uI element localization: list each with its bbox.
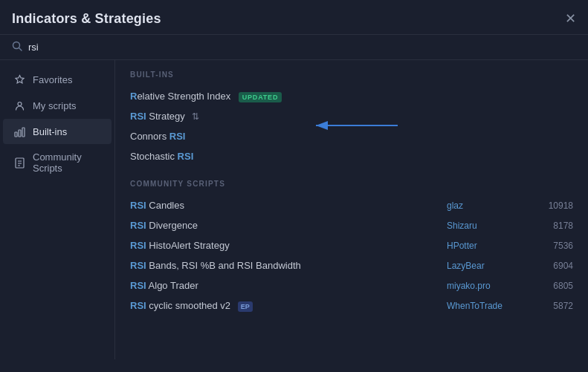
list-item[interactable]: Relative Strength Index UPDATED — [130, 86, 573, 106]
result-name-rsi-divergence: RSI Divergence — [130, 220, 447, 231]
result-name-connors-rsi: Connors RSI — [130, 131, 573, 142]
updated-badge: UPDATED — [239, 92, 282, 102]
search-input[interactable] — [28, 42, 177, 53]
result-author-rsi-cyclic: WhenToTrade — [447, 301, 536, 311]
result-highlight: RSI — [130, 220, 146, 231]
sidebar-label-favorites: Favorites — [33, 74, 72, 85]
sidebar: Favorites My scripts Built-ins — [0, 60, 115, 359]
svg-point-2 — [18, 102, 22, 105]
result-count-rsi-bands: 6904 — [536, 261, 573, 271]
result-name-rsi-algo-trader: RSI Algo Trader — [130, 280, 447, 291]
sidebar-label-community: Community Scripts — [33, 151, 101, 174]
header: Indicators & Strategies ✕ — [0, 0, 588, 35]
result-highlight: RSI — [130, 200, 146, 211]
result-count-rsi-divergence: 8178 — [536, 221, 573, 231]
sidebar-item-community[interactable]: Community Scripts — [3, 145, 112, 180]
list-item[interactable]: RSI HistoAlert Strategy HPotter 7536 — [130, 235, 573, 255]
sidebar-item-my-scripts[interactable]: My scripts — [3, 93, 112, 118]
community-label: COMMUNITY SCRIPTS — [130, 180, 573, 188]
community-section: COMMUNITY SCRIPTS RSI Candles glaz 10918… — [130, 180, 573, 316]
result-count-rsi-algo-trader: 6805 — [536, 281, 573, 291]
result-highlight: R — [130, 91, 137, 102]
list-item[interactable]: RSI cyclic smoothed v2 EP WhenToTrade 58… — [130, 296, 573, 316]
result-highlight: RSI — [130, 240, 146, 251]
result-highlight: RSI — [130, 280, 146, 291]
result-name-rsi-strategy: RSI Strategy ⇅ — [130, 111, 573, 122]
result-name-rsi: Relative Strength Index UPDATED — [130, 91, 573, 102]
result-highlight: RSI — [130, 300, 146, 311]
result-highlight: RSI — [178, 151, 194, 162]
svg-line-1 — [19, 48, 22, 51]
list-item[interactable]: RSI Algo Trader miyako.pro 6805 — [130, 275, 573, 296]
result-author-rsi-divergence: Shizaru — [447, 221, 536, 231]
result-count-rsi-cyclic: 5872 — [536, 301, 573, 311]
search-icon — [12, 41, 22, 53]
result-author-rsi-algo-trader: miyako.pro — [447, 281, 536, 291]
close-button[interactable]: ✕ — [565, 10, 576, 27]
result-author-rsi-histoalert: HPotter — [447, 241, 536, 251]
result-author-rsi-bands: LazyBear — [447, 261, 536, 271]
result-highlight: RSI — [130, 260, 146, 271]
result-name-stochastic-rsi: Stochastic RSI — [130, 151, 573, 162]
built-ins-section: BUILT-INS Relative Strength Index UPDATE… — [130, 71, 573, 166]
chart-bar-icon — [13, 125, 25, 137]
list-item[interactable]: RSI Bands, RSI %B and RSI Bandwidth Lazy… — [130, 255, 573, 275]
result-name-rsi-cyclic: RSI cyclic smoothed v2 EP — [130, 300, 447, 311]
result-highlight: RSI — [130, 111, 146, 122]
sidebar-item-built-ins[interactable]: Built-ins — [3, 119, 112, 144]
list-item[interactable]: RSI Strategy ⇅ — [130, 106, 573, 126]
result-name-rsi-histoalert: RSI HistoAlert Strategy — [130, 240, 447, 251]
document-icon — [13, 157, 25, 169]
result-count-rsi-candles: 10918 — [536, 200, 573, 211]
main-layout: Favorites My scripts Built-ins — [0, 60, 588, 359]
result-highlight: RSI — [169, 131, 186, 142]
result-name-rsi-candles: RSI Candles — [130, 200, 447, 211]
star-icon — [13, 74, 25, 85]
list-item[interactable]: Stochastic RSI — [130, 146, 573, 166]
sidebar-label-built-ins: Built-ins — [33, 126, 67, 137]
list-item[interactable]: RSI Candles glaz 10918 — [130, 195, 573, 215]
list-item[interactable]: Connors RSI — [130, 126, 573, 146]
list-item[interactable]: RSI Divergence Shizaru 8178 — [130, 215, 573, 235]
content-area: BUILT-INS Relative Strength Index UPDATE… — [115, 60, 588, 359]
page-title: Indicators & Strategies — [12, 11, 161, 27]
person-icon — [13, 99, 25, 111]
result-count-rsi-histoalert: 7536 — [536, 241, 573, 251]
result-name-rsi-bands: RSI Bands, RSI %B and RSI Bandwidth — [130, 260, 447, 271]
built-ins-label: BUILT-INS — [130, 71, 573, 79]
result-author-rsi-candles: glaz — [447, 200, 536, 211]
ep-badge: EP — [238, 301, 253, 312]
sidebar-item-favorites[interactable]: Favorites — [3, 67, 112, 92]
svg-rect-4 — [19, 130, 21, 137]
svg-rect-3 — [15, 132, 17, 137]
sidebar-label-my-scripts: My scripts — [33, 100, 77, 111]
search-bar — [0, 35, 588, 60]
strategy-icon: ⇅ — [192, 111, 199, 122]
svg-rect-5 — [22, 128, 25, 137]
